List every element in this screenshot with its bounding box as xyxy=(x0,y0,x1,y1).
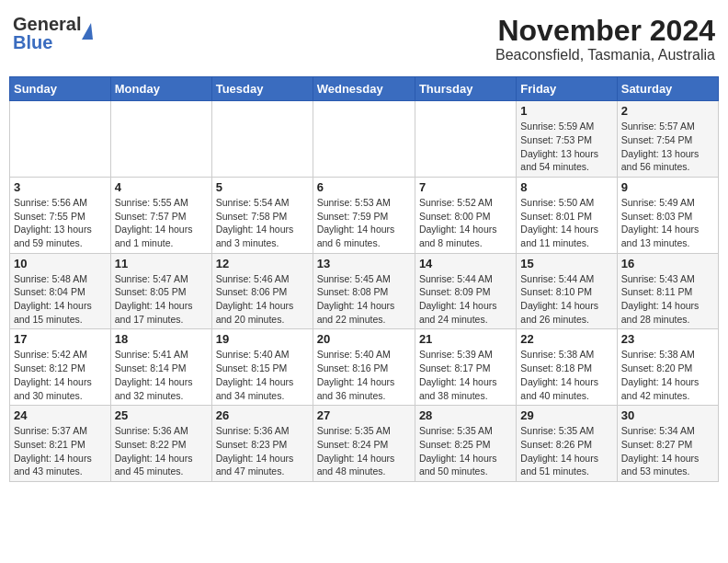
cell-day-number: 24 xyxy=(14,408,107,422)
cell-info-text: Sunrise: 5:55 AM Sunset: 7:57 PM Dayligh… xyxy=(115,196,208,250)
calendar-cell xyxy=(10,101,111,178)
day-header-friday: Friday xyxy=(517,77,617,101)
cell-day-number: 12 xyxy=(216,257,309,270)
cell-info-text: Sunrise: 5:35 AM Sunset: 8:25 PM Dayligh… xyxy=(419,424,512,478)
cell-day-number: 11 xyxy=(115,257,208,270)
day-header-row: SundayMondayTuesdayWednesdayThursdayFrid… xyxy=(10,77,719,101)
calendar-week-row: 24Sunrise: 5:37 AM Sunset: 8:21 PM Dayli… xyxy=(10,406,719,482)
calendar-week-row: 10Sunrise: 5:48 AM Sunset: 8:04 PM Dayli… xyxy=(10,253,719,329)
logo-line2: Blue xyxy=(13,33,81,52)
calendar-cell: 30Sunrise: 5:34 AM Sunset: 8:27 PM Dayli… xyxy=(617,406,718,482)
calendar-cell: 8Sunrise: 5:50 AM Sunset: 8:01 PM Daylig… xyxy=(517,177,617,253)
calendar-cell xyxy=(313,101,415,178)
calendar-week-row: 17Sunrise: 5:42 AM Sunset: 8:12 PM Dayli… xyxy=(10,329,719,406)
calendar-cell: 14Sunrise: 5:44 AM Sunset: 8:09 PM Dayli… xyxy=(415,253,516,329)
cell-day-number: 17 xyxy=(14,332,107,346)
cell-info-text: Sunrise: 5:35 AM Sunset: 8:24 PM Dayligh… xyxy=(317,424,411,478)
calendar-cell: 5Sunrise: 5:54 AM Sunset: 7:58 PM Daylig… xyxy=(211,177,313,253)
cell-day-number: 2 xyxy=(621,104,714,118)
cell-day-number: 29 xyxy=(520,408,612,422)
day-header-monday: Monday xyxy=(110,77,211,101)
calendar-cell: 4Sunrise: 5:55 AM Sunset: 7:57 PM Daylig… xyxy=(110,177,211,253)
cell-day-number: 8 xyxy=(520,180,612,194)
calendar-cell: 13Sunrise: 5:45 AM Sunset: 8:08 PM Dayli… xyxy=(313,253,415,329)
cell-day-number: 14 xyxy=(419,257,512,270)
cell-info-text: Sunrise: 5:42 AM Sunset: 8:12 PM Dayligh… xyxy=(14,348,107,402)
cell-info-text: Sunrise: 5:56 AM Sunset: 7:55 PM Dayligh… xyxy=(14,196,107,250)
calendar-cell: 26Sunrise: 5:36 AM Sunset: 8:23 PM Dayli… xyxy=(211,406,313,482)
calendar-cell: 11Sunrise: 5:47 AM Sunset: 8:05 PM Dayli… xyxy=(110,253,211,329)
cell-info-text: Sunrise: 5:47 AM Sunset: 8:05 PM Dayligh… xyxy=(115,272,208,327)
cell-day-number: 20 xyxy=(317,332,411,346)
calendar-cell: 25Sunrise: 5:36 AM Sunset: 8:22 PM Dayli… xyxy=(110,406,211,482)
calendar-cell: 19Sunrise: 5:40 AM Sunset: 8:15 PM Dayli… xyxy=(211,329,313,406)
calendar-cell: 7Sunrise: 5:52 AM Sunset: 8:00 PM Daylig… xyxy=(415,177,516,253)
calendar-cell: 24Sunrise: 5:37 AM Sunset: 8:21 PM Dayli… xyxy=(10,406,111,482)
calendar-cell: 12Sunrise: 5:46 AM Sunset: 8:06 PM Dayli… xyxy=(211,253,313,329)
cell-info-text: Sunrise: 5:40 AM Sunset: 8:16 PM Dayligh… xyxy=(317,348,411,402)
cell-info-text: Sunrise: 5:57 AM Sunset: 7:54 PM Dayligh… xyxy=(621,120,714,174)
cell-day-number: 13 xyxy=(317,257,411,270)
calendar-body: 1Sunrise: 5:59 AM Sunset: 7:53 PM Daylig… xyxy=(10,101,719,482)
cell-info-text: Sunrise: 5:59 AM Sunset: 7:53 PM Dayligh… xyxy=(520,120,612,174)
cell-info-text: Sunrise: 5:38 AM Sunset: 8:18 PM Dayligh… xyxy=(520,348,612,402)
calendar-table: SundayMondayTuesdayWednesdayThursdayFrid… xyxy=(9,76,719,482)
cell-day-number: 25 xyxy=(115,408,208,422)
calendar-cell xyxy=(211,101,313,178)
cell-day-number: 16 xyxy=(621,257,714,270)
calendar-cell: 3Sunrise: 5:56 AM Sunset: 7:55 PM Daylig… xyxy=(10,177,111,253)
cell-day-number: 22 xyxy=(520,332,612,346)
cell-day-number: 21 xyxy=(419,332,512,346)
cell-info-text: Sunrise: 5:44 AM Sunset: 8:09 PM Dayligh… xyxy=(419,272,512,327)
calendar-cell xyxy=(415,101,516,178)
logo-triangle-icon xyxy=(82,23,93,40)
calendar-cell: 27Sunrise: 5:35 AM Sunset: 8:24 PM Dayli… xyxy=(313,406,415,482)
day-header-saturday: Saturday xyxy=(617,77,718,101)
cell-info-text: Sunrise: 5:52 AM Sunset: 8:00 PM Dayligh… xyxy=(419,196,512,250)
cell-day-number: 7 xyxy=(419,180,512,194)
calendar-cell: 15Sunrise: 5:44 AM Sunset: 8:10 PM Dayli… xyxy=(517,253,617,329)
cell-info-text: Sunrise: 5:50 AM Sunset: 8:01 PM Dayligh… xyxy=(520,196,612,250)
cell-info-text: Sunrise: 5:46 AM Sunset: 8:06 PM Dayligh… xyxy=(216,272,309,327)
calendar-cell xyxy=(110,101,211,178)
day-header-thursday: Thursday xyxy=(415,77,516,101)
title-block: November 2024 Beaconsfield, Tasmania, Au… xyxy=(495,15,715,63)
calendar-cell: 16Sunrise: 5:43 AM Sunset: 8:11 PM Dayli… xyxy=(617,253,718,329)
cell-day-number: 6 xyxy=(317,180,411,194)
cell-day-number: 30 xyxy=(621,408,714,422)
cell-day-number: 27 xyxy=(317,408,411,422)
cell-day-number: 19 xyxy=(216,332,309,346)
cell-day-number: 1 xyxy=(520,104,612,118)
cell-day-number: 23 xyxy=(621,332,714,346)
cell-day-number: 10 xyxy=(14,257,107,270)
calendar-cell: 2Sunrise: 5:57 AM Sunset: 7:54 PM Daylig… xyxy=(617,101,718,178)
cell-day-number: 15 xyxy=(520,257,612,270)
cell-info-text: Sunrise: 5:40 AM Sunset: 8:15 PM Dayligh… xyxy=(216,348,309,402)
calendar-cell: 20Sunrise: 5:40 AM Sunset: 8:16 PM Dayli… xyxy=(313,329,415,406)
logo: General Blue xyxy=(13,15,93,52)
cell-info-text: Sunrise: 5:53 AM Sunset: 7:59 PM Dayligh… xyxy=(317,196,411,250)
calendar-cell: 9Sunrise: 5:49 AM Sunset: 8:03 PM Daylig… xyxy=(617,177,718,253)
calendar-cell: 29Sunrise: 5:35 AM Sunset: 8:26 PM Dayli… xyxy=(517,406,617,482)
day-header-wednesday: Wednesday xyxy=(313,77,415,101)
cell-info-text: Sunrise: 5:35 AM Sunset: 8:26 PM Dayligh… xyxy=(520,424,612,478)
calendar-cell: 23Sunrise: 5:38 AM Sunset: 8:20 PM Dayli… xyxy=(617,329,718,406)
calendar-cell: 1Sunrise: 5:59 AM Sunset: 7:53 PM Daylig… xyxy=(517,101,617,178)
calendar-cell: 10Sunrise: 5:48 AM Sunset: 8:04 PM Dayli… xyxy=(10,253,111,329)
calendar-cell: 22Sunrise: 5:38 AM Sunset: 8:18 PM Dayli… xyxy=(517,329,617,406)
cell-day-number: 28 xyxy=(419,408,512,422)
cell-day-number: 3 xyxy=(14,180,107,194)
page-header: General Blue November 2024 Beaconsfield,… xyxy=(9,9,719,69)
cell-day-number: 5 xyxy=(216,180,309,194)
cell-day-number: 9 xyxy=(621,180,714,194)
calendar-cell: 21Sunrise: 5:39 AM Sunset: 8:17 PM Dayli… xyxy=(415,329,516,406)
calendar-week-row: 3Sunrise: 5:56 AM Sunset: 7:55 PM Daylig… xyxy=(10,177,719,253)
cell-info-text: Sunrise: 5:45 AM Sunset: 8:08 PM Dayligh… xyxy=(317,272,411,327)
cell-info-text: Sunrise: 5:44 AM Sunset: 8:10 PM Dayligh… xyxy=(520,272,612,327)
cell-info-text: Sunrise: 5:43 AM Sunset: 8:11 PM Dayligh… xyxy=(621,272,714,327)
cell-info-text: Sunrise: 5:41 AM Sunset: 8:14 PM Dayligh… xyxy=(115,348,208,402)
cell-info-text: Sunrise: 5:36 AM Sunset: 8:23 PM Dayligh… xyxy=(216,424,309,478)
logo-line1: General xyxy=(13,15,81,33)
cell-info-text: Sunrise: 5:37 AM Sunset: 8:21 PM Dayligh… xyxy=(14,424,107,478)
cell-info-text: Sunrise: 5:36 AM Sunset: 8:22 PM Dayligh… xyxy=(115,424,208,478)
